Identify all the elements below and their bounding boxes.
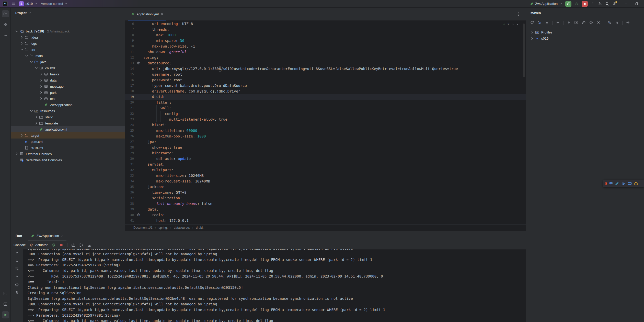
code-line-38[interactable]: 38 fail-on-empty-beans: false [125, 201, 526, 206]
ime-toolbox-icon[interactable] [634, 181, 638, 186]
maven-item-profiles[interactable]: Profiles [526, 29, 644, 35]
code-line-32[interactable]: 32 multipart: [125, 167, 526, 173]
tree-item-park[interactable]: park [11, 89, 125, 96]
chevron-collapsed-icon[interactable] [15, 152, 19, 156]
code-line-22[interactable]: 22 config: [125, 111, 526, 117]
console-scrollend-button[interactable] [15, 275, 19, 280]
code-editor[interactable]: 6 uri-encoding: UTF-87 threads:8 max: 10… [125, 21, 526, 225]
console-arr-up-button[interactable] [15, 251, 19, 256]
chevron-collapsed-icon[interactable] [20, 41, 24, 45]
maven-block-button[interactable] [589, 20, 593, 25]
tree-item-static[interactable]: static [11, 114, 125, 120]
chevron-collapsed-icon[interactable] [39, 84, 43, 88]
run-configuration-selector[interactable]: ZwzApplication [530, 2, 562, 6]
chevron-collapsed-icon[interactable] [34, 121, 38, 125]
console-softwrap-button[interactable] [15, 267, 19, 272]
run-tool-window[interactable] [2, 311, 9, 318]
code-line-11[interactable]: 11 shutdown: graceful [125, 49, 526, 55]
code-line-27[interactable]: 27 jpa: [125, 139, 526, 145]
code-line-25[interactable]: 25 max-lifetime: 60000 [125, 128, 526, 133]
close-tab-icon[interactable] [160, 13, 164, 16]
main-menu-icon[interactable] [11, 2, 15, 6]
run-more-options-button[interactable] [95, 243, 99, 247]
code-line-13[interactable]: 13 datasource: [125, 60, 526, 66]
next-problem-icon[interactable] [516, 23, 519, 26]
exit-button[interactable] [79, 243, 83, 247]
ime-toolbar[interactable]: S 中 [603, 180, 644, 187]
tree-item-scratches-and-consoles[interactable]: Scratches and Consoles [11, 157, 125, 163]
chevron-collapsed-icon[interactable] [39, 72, 43, 76]
code-line-30[interactable]: 30 ddl-auto: update [125, 156, 526, 162]
tree-item-idea[interactable]: .idea [11, 34, 125, 40]
ime-mic-icon[interactable] [621, 181, 625, 186]
console-trash-button[interactable] [15, 291, 19, 295]
close-run-tab-icon[interactable] [61, 234, 64, 237]
code-line-12[interactable]: 12spring: [125, 55, 526, 60]
structure-tool-window[interactable] [2, 21, 9, 28]
maven-download-button[interactable] [545, 20, 549, 25]
code-line-21[interactable]: 21 wall: [125, 105, 526, 111]
breadcrumb-item-1[interactable]: spring: [158, 226, 168, 229]
console-printer-button[interactable] [15, 283, 19, 288]
minimize-window-button[interactable] [624, 2, 628, 6]
chevron-collapsed-icon[interactable] [34, 115, 38, 119]
chevron-collapsed-icon[interactable] [530, 30, 534, 34]
tree-item-logs[interactable]: logs [11, 40, 125, 47]
maven-item-s019[interactable]: ms019 [526, 35, 644, 41]
code-line-19[interactable]: 19 druid: [125, 94, 526, 100]
code-line-24[interactable]: 24 hikari: [125, 122, 526, 128]
more-actions-button[interactable] [591, 2, 595, 6]
vcs-widget[interactable]: Version control [41, 2, 67, 6]
chevron-collapsed-icon[interactable] [20, 133, 24, 137]
breadcrumb[interactable]: Document 1/1›spring:›datasource:›druid: [125, 224, 526, 231]
code-line-10[interactable]: 10 max-swallow-size: -1 [125, 43, 526, 49]
code-line-40[interactable]: 40 redis: [125, 212, 526, 218]
terminal-tool-window[interactable] [2, 290, 9, 297]
prev-problem-icon[interactable] [511, 23, 514, 26]
tree-item-main[interactable]: main [11, 53, 125, 59]
rerun-button[interactable] [565, 1, 571, 7]
chevron-expanded-icon[interactable] [29, 60, 33, 64]
thread-dump-button[interactable] [71, 243, 75, 247]
breadcrumb-item-0[interactable]: Document 1/1 [133, 226, 153, 229]
tree-item-template[interactable]: template [11, 120, 125, 126]
breadcrumb-item-2[interactable]: datasource: [174, 226, 190, 229]
code-line-26[interactable]: 26 maximum-pool-size: 1000 [125, 133, 526, 139]
code-line-16[interactable]: 16 password: root [125, 77, 526, 83]
actuator-tab[interactable]: Actuator [30, 243, 48, 247]
chevron-collapsed-icon[interactable] [39, 97, 43, 101]
breadcrumb-item-3[interactable]: druid: [196, 226, 203, 229]
console-output[interactable]: SqlSession [org.apache.ibatis.session.de… [11, 249, 526, 322]
tab-options-icon[interactable] [516, 12, 521, 16]
code-line-34[interactable]: 34 max-request-size: 10240MB [125, 178, 526, 184]
code-line-9[interactable]: 9 min-spare: 30 [125, 38, 526, 43]
run-tab-zwzapplication[interactable]: ZwzApplication [28, 231, 66, 240]
maven-play-dim-button[interactable] [567, 20, 571, 25]
code-line-23[interactable]: 23 multi-statement-allow: true [125, 117, 526, 122]
search-everywhere-button[interactable] [605, 2, 609, 6]
tree-item-pom-xml[interactable]: mpom.xml [11, 139, 125, 145]
code-line-6[interactable]: 6 uri-encoding: UTF-8 [125, 21, 526, 27]
tree-item-target[interactable]: target [11, 132, 125, 139]
tree-item-resources[interactable]: resources [11, 108, 125, 114]
stop-button[interactable] [582, 1, 588, 7]
maven-folder-sync-button[interactable] [537, 20, 542, 25]
code-line-14[interactable]: 14 url: jdbc:mysql://127.0.0.1:3306/s019… [125, 66, 526, 72]
code-line-41[interactable]: 41 host: 127.0.0.1 [125, 218, 526, 223]
code-line-39[interactable]: 39 data: [125, 206, 526, 212]
stop-application-button[interactable] [59, 243, 63, 247]
tree-item-src[interactable]: src [11, 47, 125, 53]
maven-cloud-off-button[interactable] [582, 20, 586, 25]
code-line-37[interactable]: 37 serialization: [125, 195, 526, 201]
tab-application-yml[interactable]: application.yml [127, 8, 167, 20]
code-line-29[interactable]: 29 hibernate: [125, 150, 526, 156]
maven-win-run-button[interactable] [574, 20, 578, 25]
code-line-7[interactable]: 7 threads: [125, 27, 526, 32]
chevron-collapsed-icon[interactable] [530, 36, 534, 40]
code-line-18[interactable]: 18 driverClassName: com.mysql.cj.jdbc.Dr… [125, 88, 526, 94]
code-line-35[interactable]: 35 jackson: [125, 184, 526, 190]
console-tab[interactable]: Console [14, 243, 26, 247]
tree-item-data[interactable]: data [11, 77, 125, 83]
chevron-collapsed-icon[interactable] [20, 35, 24, 39]
code-line-28[interactable]: 28 show-sql: true [125, 145, 526, 150]
